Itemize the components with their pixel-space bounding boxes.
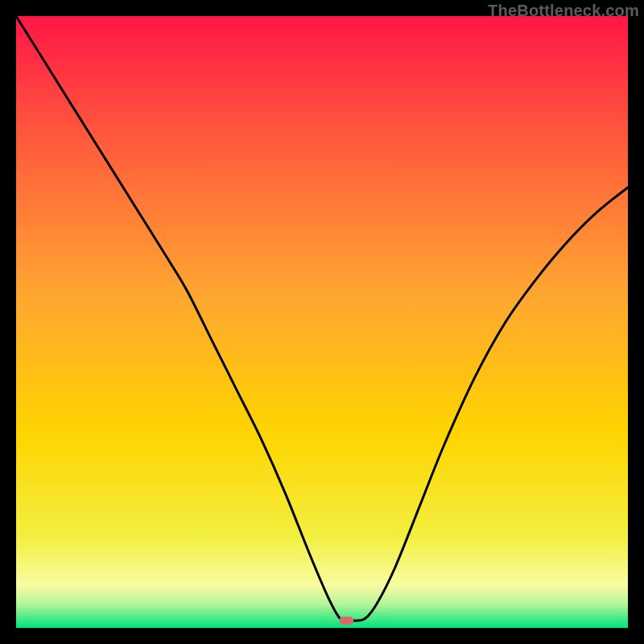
bottleneck-chart xyxy=(16,16,628,628)
gradient-background xyxy=(16,16,628,628)
chart-frame: TheBottleneck.com xyxy=(0,0,644,644)
minimum-marker xyxy=(339,617,353,625)
